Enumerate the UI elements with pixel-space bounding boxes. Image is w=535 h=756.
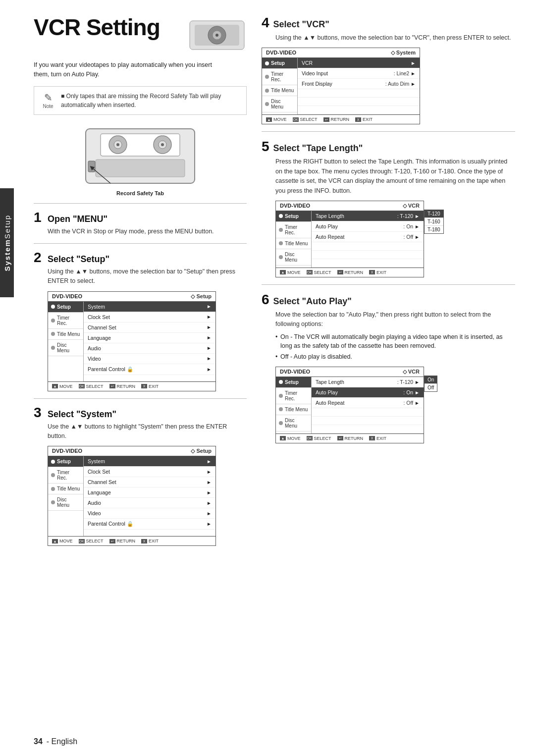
autoplay-option-off: Off [425, 384, 437, 391]
svg-rect-13 [96, 160, 185, 177]
tape-options-dropdown: T-120 T-160 T-180 [424, 210, 444, 234]
menu-row-system-2: System► [84, 456, 215, 467]
btn-exit-ap: X EXIT [369, 436, 386, 441]
menu-bottom-bar-setup: ▲ MOVE OK SELECT ↩ RETURN X EXIT [48, 381, 215, 391]
sidebar-timer-vcr: Timer Rec. [262, 69, 297, 85]
step-4-title: Select "VCR" [273, 19, 329, 30]
left-column: VCR Setting If you want your videotapes … [34, 15, 247, 551]
step-1-number: 1 [34, 211, 44, 224]
sidebar-setup-vcr: Setup [262, 58, 297, 69]
sidebar-timer-rec: Timer Rec. [48, 313, 83, 329]
page-number: 34 [34, 737, 43, 746]
sidebar-title-tape: Title Menu [276, 238, 311, 249]
menu-top-bar-vcr: DVD-VIDEO ◇ System [262, 48, 420, 58]
menu-row-empty [84, 375, 215, 381]
menu-sidebar-autoplay: Setup Timer Rec. Title Menu Disc Menu [276, 377, 312, 433]
menu-row-system: System► [84, 302, 215, 312]
menu-top-bar-autoplay: DVD-VIDEO ◇ VCR [276, 367, 424, 377]
record-safety-label: Record Safety Tab [34, 190, 247, 196]
step-1-section: 1 Open "MENU" With the VCR in Stop or Pl… [34, 211, 247, 236]
menu-row-front-display: Front Display: Auto Dim ► [298, 79, 420, 89]
menu-vcr-label: ◇ VCR [403, 203, 420, 209]
menu-dvd-label-2: DVD-VIDEO [52, 448, 82, 454]
step-2-body: Using the ▲▼ buttons, move the selection… [48, 267, 247, 286]
header-decoration [187, 17, 247, 53]
sidebar-timer-ap: Timer Rec. [276, 388, 311, 404]
divider-4 [262, 131, 515, 132]
pencil-icon: ✎ [40, 92, 56, 104]
menu-row-vcr-empty2 [298, 98, 420, 106]
right-column: 4 Select "VCR" Using the ▲▼ buttons, mov… [262, 15, 515, 551]
menu-sidebar-tape: Setup Timer Rec. Title Menu Disc Menu [276, 211, 312, 268]
side-tab: SystemSetup [0, 188, 14, 297]
menu-top-bar-system: DVD-VIDEO ◇ Setup [48, 446, 215, 456]
tape-length-menu: DVD-VIDEO ◇ VCR Setup Timer Rec. Title M… [275, 201, 424, 277]
step-6-number: 6 [262, 292, 269, 308]
menu-row-parental: Parental Control 🔒► [84, 364, 215, 375]
menu-dvd-tape: DVD-VIDEO [280, 203, 310, 209]
step-2-header: 2 Select "Setup" [34, 251, 247, 265]
divider-3 [34, 398, 247, 399]
btn-select-2: OK SELECT [79, 539, 104, 543]
menu-main-vcr: VCR► Video Input: Line2 ► Front Display:… [298, 58, 420, 114]
btn-return-tape: ↩ RETURN [337, 270, 364, 275]
note-box: ✎ Note ■ Only tapes that are missing the… [34, 86, 247, 115]
btn-move-vcr: ▲ MOVE [266, 117, 287, 122]
menu-sidebar-setup: Setup Timer Rec. Title Menu Disc Menu [48, 302, 84, 381]
auto-play-menu-area: DVD-VIDEO ◇ VCR Setup Timer Rec. Title M… [275, 367, 515, 443]
sidebar-setup-2: Setup [48, 456, 83, 467]
menu-row-audio: Audio► [84, 343, 215, 354]
menu-bottom-bar-system: ▲ MOVE OK SELECT ↩ RETURN X EXIT [48, 536, 215, 545]
page-lang: - English [47, 737, 77, 746]
btn-exit: X EXIT [141, 384, 159, 389]
note-icon: ✎ Note [40, 92, 56, 109]
menu-row-tape-empty2 [312, 251, 424, 259]
tape-length-menu-area: DVD-VIDEO ◇ VCR Setup Timer Rec. Title M… [275, 201, 515, 277]
menu-row-tape-length: Tape Length: T-120 ► [312, 211, 424, 221]
menu-row-video: Video► [84, 354, 215, 364]
menu-row-video-2: Video► [84, 508, 215, 519]
cassette-svg [81, 124, 200, 188]
step-5-section: 5 Select "Tape Length" Press the RIGHT b… [262, 139, 515, 277]
menu-row-channel: Channel Set► [84, 323, 215, 333]
menu-row-tape-length-ap: Tape Length: T-120 ► [312, 377, 424, 387]
btn-return-vcr: ↩ RETURN [323, 117, 350, 122]
menu-top-bar-setup: DVD-VIDEO ◇ Setup [48, 292, 215, 302]
menu-row-vcr: VCR► [298, 58, 420, 68]
btn-select-vcr: OK SELECT [293, 117, 318, 122]
page-footer: 34 - English [14, 737, 535, 746]
btn-exit-vcr: X EXIT [355, 117, 373, 122]
step-5-body: Press the RIGHT button to select the Tap… [275, 157, 515, 196]
sidebar-disc-menu: Disc Menu [48, 340, 83, 356]
step-2-title: Select "Setup" [48, 254, 109, 265]
divider-5 [262, 284, 515, 285]
menu-dvd-vcr: DVD-VIDEO [266, 50, 296, 56]
note-text: ■ Only tapes that are missing the Record… [61, 92, 240, 109]
step-5-header: 5 Select "Tape Length" [262, 139, 515, 155]
system-menu-screenshot: DVD-VIDEO ◇ Setup Setup Timer Rec. Title… [48, 446, 216, 546]
sidebar-disc-ap: Disc Menu [276, 415, 311, 432]
menu-system-label: ◇ System [391, 50, 416, 56]
menu-row-channel-2: Channel Set► [84, 477, 215, 487]
sidebar-disc-tape: Disc Menu [276, 249, 311, 266]
step-6-header: 6 Select "Auto Play" [262, 292, 515, 308]
btn-select-tape: OK SELECT [307, 270, 331, 275]
menu-row-video-input: Video Input: Line2 ► [298, 68, 420, 79]
tape-option-t160: T-160 [425, 218, 443, 226]
menu-content-autoplay: Setup Timer Rec. Title Menu Disc Menu Ta… [276, 377, 424, 433]
menu-row-clock: Clock Set► [84, 312, 215, 323]
vcr-menu-screenshot: DVD-VIDEO ◇ System Setup Timer Rec. Titl… [262, 48, 420, 124]
step-4-body: Using the ▲▼ buttons, move the selection… [275, 33, 515, 43]
btn-move-ap: ▲ MOVE [280, 436, 301, 441]
btn-move: ▲ MOVE [52, 384, 73, 389]
step-4-number: 4 [262, 15, 269, 31]
menu-sidebar-system: Setup Timer Rec. Title Menu Disc Menu [48, 456, 84, 536]
menu-content-system: Setup Timer Rec. Title Menu Disc Menu Sy… [48, 456, 215, 536]
step-3-header: 3 Select "System" [34, 406, 247, 420]
sidebar-title-menu: Title Menu [48, 329, 83, 340]
menu-main-system: System► Clock Set► Channel Set► Language… [84, 456, 215, 536]
sidebar-timer-tape: Timer Rec. [276, 222, 311, 238]
tape-option-t180: T-180 [425, 226, 443, 233]
menu-content-tape: Setup Timer Rec. Title Menu Disc Menu Ta… [276, 211, 424, 268]
menu-bottom-bar-vcr: ▲ MOVE OK SELECT ↩ RETURN X EXIT [262, 114, 420, 124]
